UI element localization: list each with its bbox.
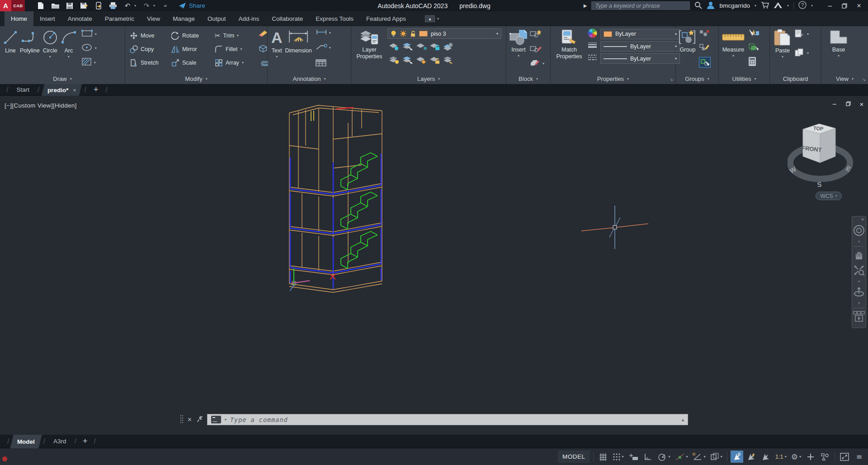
rotate-button[interactable]: Rotate [171, 32, 215, 40]
close-window-button[interactable]: × [853, 1, 865, 11]
search-input[interactable] [591, 1, 690, 10]
command-history-caret[interactable]: ▴ [682, 417, 684, 422]
group-button[interactable]: Group [679, 26, 697, 53]
annotation-visibility-toggle[interactable] [731, 451, 743, 463]
copy-clip-dropdown-caret[interactable]: ▾ [807, 52, 809, 55]
navigation-wheel-caret[interactable]: ▾ [858, 240, 860, 244]
layer-thaw-all-icon[interactable] [416, 56, 427, 66]
base-view-button[interactable]: Base ▾ [829, 26, 849, 58]
viewport-close-button[interactable]: × [857, 100, 866, 108]
table-icon[interactable] [316, 59, 326, 68]
ribbon-tab-collaborate[interactable]: Collaborate [265, 11, 309, 26]
array-dropdown-caret[interactable]: ▾ [242, 61, 244, 65]
undo-icon[interactable]: ↶ [123, 2, 132, 10]
plot-printer-icon[interactable] [109, 2, 117, 10]
layer-merge-icon[interactable] [443, 56, 454, 66]
block-attributes-icon[interactable] [530, 59, 541, 68]
viewport-restore-button[interactable] [844, 101, 853, 108]
close-file-tab-icon[interactable]: × [73, 86, 76, 93]
autodesk-dropdown-caret[interactable]: ▾ [787, 4, 789, 8]
group-selection-toggle-icon[interactable] [699, 57, 711, 68]
linetype-dropdown[interactable]: ByLayer ▾ [600, 53, 680, 64]
block-attributes-caret[interactable]: ▾ [542, 62, 544, 66]
object-snap-caret[interactable]: ▾ [704, 455, 706, 459]
panel-label-view[interactable]: View▾ [821, 73, 868, 84]
new-layout-button[interactable]: + [79, 437, 91, 446]
layer-freeze-match-icon[interactable] [402, 42, 413, 52]
trim-dropdown-caret[interactable]: ▾ [237, 34, 239, 38]
search-icon[interactable] [694, 1, 702, 10]
viewport-controls-label[interactable]: [−][Custom View][Hidden] [5, 102, 77, 109]
customize-qat-caret-icon[interactable]: ▿̶ [161, 2, 170, 10]
model-space-toggle[interactable]: MODEL [558, 451, 590, 463]
autocad-app-badge[interactable]: A CAD [0, 0, 25, 11]
ungroup-icon[interactable] [699, 29, 711, 38]
orbit-dropdown-caret[interactable]: ▾ [858, 302, 860, 305]
orbit-icon[interactable] [853, 286, 865, 299]
quick-select-icon[interactable] [748, 29, 760, 38]
linear-dimension-caret[interactable]: ▾ [329, 31, 331, 35]
snap-mode-caret[interactable]: ▾ [622, 455, 624, 459]
stretch-button[interactable]: Stretch [130, 59, 171, 67]
annotation-autoscale-toggle[interactable] [745, 451, 758, 463]
restore-window-button[interactable] [838, 1, 851, 11]
ribbon-minimize-button[interactable]: ▲ [425, 15, 435, 22]
hatch-tool-icon[interactable] [81, 57, 92, 68]
selection-cycling-toggle[interactable]: ▾ [709, 451, 724, 463]
measure-button[interactable]: Measure ▾ [722, 26, 745, 58]
text-dropdown-caret[interactable]: ▾ [276, 55, 278, 59]
layer-lock-icon[interactable] [429, 42, 440, 52]
command-close-icon[interactable]: ✕ [187, 416, 192, 423]
rectangle-dropdown-caret[interactable]: ▾ [95, 33, 97, 36]
ortho-mode-toggle[interactable] [642, 451, 654, 463]
user-avatar-icon[interactable] [707, 1, 715, 10]
new-file-icon[interactable] [37, 2, 45, 10]
object-snap-tracking-toggle[interactable]: ▾ [674, 451, 689, 463]
username-label[interactable]: bmcgarrido [719, 2, 750, 9]
ribbon-tab-output[interactable]: Output [201, 11, 232, 26]
polyline-button[interactable]: Polyline [20, 26, 40, 54]
help-dropdown-caret[interactable]: ▾ [811, 4, 813, 8]
text-button[interactable]: A Text ▾ [271, 26, 283, 59]
edit-block-icon[interactable] [530, 44, 544, 54]
workspace-caret[interactable]: ▾ [799, 455, 801, 459]
dimension-button[interactable]: Dimension [285, 26, 312, 54]
paste-dropdown-caret[interactable]: ▾ [782, 55, 783, 59]
layer-unlock-small-icon[interactable] [429, 56, 440, 66]
panel-label-clipboard[interactable]: Clipboard [770, 73, 821, 84]
insert-dropdown-caret[interactable]: ▾ [518, 54, 519, 58]
panel-label-draw[interactable]: Draw▾ [0, 73, 125, 84]
view-dialog-launcher[interactable]: ↘ [862, 77, 866, 82]
object-snap-toggle[interactable]: ▾ [691, 451, 707, 463]
object-color-dropdown[interactable]: ByLayer ▾ [600, 29, 680, 39]
redo-icon[interactable]: ↷ [142, 2, 151, 10]
annotation-scale-icon[interactable] [760, 451, 772, 463]
copy-button[interactable]: Copy [130, 45, 171, 53]
mirror-button[interactable]: Mirror [171, 45, 215, 53]
layer-isolate-icon[interactable] [389, 42, 400, 52]
ellipse-dropdown-caret[interactable]: ▾ [95, 47, 97, 50]
autodesk-logo-icon[interactable] [774, 2, 783, 10]
cut-icon[interactable]: ✂ [794, 29, 805, 39]
viewport-minimize-button[interactable]: − [830, 101, 839, 108]
file-tab-start[interactable]: Start [12, 86, 34, 93]
panel-label-properties[interactable]: Properties▾ [551, 73, 675, 84]
save-as-icon[interactable] [80, 2, 88, 10]
arc-button[interactable]: Arc ▾ [61, 26, 77, 59]
cart-icon[interactable] [761, 1, 769, 10]
object-color-wheel-icon[interactable] [588, 28, 597, 39]
hatch-dropdown-caret[interactable]: ▾ [94, 61, 96, 65]
ribbon-tab-featured-apps[interactable]: Featured Apps [360, 11, 412, 26]
layer-match-icon[interactable] [402, 56, 413, 66]
clean-screen-toggle[interactable] [838, 451, 851, 463]
create-block-icon[interactable] [530, 29, 544, 39]
polar-tracking-toggle[interactable]: ▾ [656, 451, 672, 463]
zoom-extents-icon[interactable] [853, 264, 865, 277]
annotation-scale-caret[interactable]: ▾ [785, 455, 787, 459]
navbar-close-icon[interactable]: ✕ [861, 217, 864, 222]
select-similar-icon[interactable] [748, 43, 760, 52]
customization-menu-button[interactable]: ≡ [853, 451, 865, 463]
search-expand-arrow[interactable]: ▶ [584, 3, 587, 8]
quick-calculator-icon[interactable] [748, 56, 760, 68]
layer-off-icon[interactable] [389, 56, 400, 66]
